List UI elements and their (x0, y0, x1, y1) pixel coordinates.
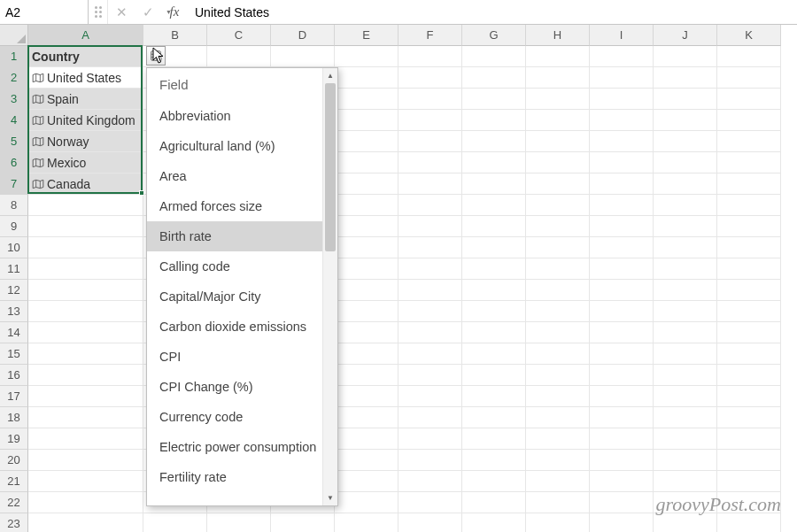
column-header-I[interactable]: I (590, 25, 654, 46)
cell-H10[interactable] (526, 237, 590, 258)
cell-K4[interactable] (717, 110, 781, 131)
cell-I5[interactable] (590, 131, 654, 152)
cell-E19[interactable] (335, 428, 398, 450)
cell-G20[interactable] (462, 450, 526, 471)
cell-E18[interactable] (335, 407, 398, 428)
cell-I16[interactable] (590, 365, 654, 386)
cell-A11[interactable] (28, 258, 143, 280)
cell-G8[interactable] (462, 195, 526, 216)
cell-A15[interactable] (28, 343, 143, 365)
column-header-C[interactable]: C (207, 25, 271, 46)
cell-F17[interactable] (398, 386, 462, 407)
cell-F14[interactable] (398, 322, 462, 343)
cell-G18[interactable] (462, 407, 526, 428)
cell-K7[interactable] (717, 173, 781, 195)
cell-E9[interactable] (335, 216, 398, 237)
cell-F2[interactable] (398, 67, 462, 89)
cell-J15[interactable] (654, 343, 717, 365)
cell-K20[interactable] (717, 450, 781, 471)
cell-H17[interactable] (526, 386, 590, 407)
cell-I2[interactable] (590, 67, 654, 89)
cell-F19[interactable] (398, 428, 462, 450)
row-header-19[interactable]: 19 (0, 428, 28, 450)
scroll-down-arrow[interactable]: ▼ (323, 490, 337, 505)
row-header-9[interactable]: 9 (0, 216, 28, 237)
cell-K8[interactable] (717, 195, 781, 216)
cell-A10[interactable] (28, 237, 143, 258)
cell-A14[interactable] (28, 322, 143, 343)
cell-K5[interactable] (717, 131, 781, 152)
row-header-7[interactable]: 7 (0, 173, 28, 195)
cell-A9[interactable] (28, 216, 143, 237)
formula-bar-grip[interactable] (89, 0, 108, 24)
cell-A19[interactable] (28, 428, 143, 450)
cell-F18[interactable] (398, 407, 462, 428)
cell-B23[interactable] (143, 513, 207, 532)
cell-E16[interactable] (335, 365, 398, 386)
cell-E2[interactable] (335, 67, 398, 89)
cell-J4[interactable] (654, 110, 717, 131)
row-header-12[interactable]: 12 (0, 280, 28, 301)
column-header-B[interactable]: B (143, 25, 207, 46)
cell-K14[interactable] (717, 322, 781, 343)
field-option[interactable]: CPI Change (%) (147, 372, 322, 402)
cell-G3[interactable] (462, 89, 526, 110)
cell-H13[interactable] (526, 301, 590, 322)
cell-E15[interactable] (335, 343, 398, 365)
field-option[interactable]: Electric power consumption (147, 432, 322, 462)
cell-G2[interactable] (462, 67, 526, 89)
row-header-21[interactable]: 21 (0, 471, 28, 492)
cell-K2[interactable] (717, 67, 781, 89)
field-option[interactable]: Currency code (147, 402, 322, 432)
row-header-20[interactable]: 20 (0, 450, 28, 471)
cell-J17[interactable] (654, 386, 717, 407)
cell-H12[interactable] (526, 280, 590, 301)
cell-A2[interactable]: United States (28, 67, 143, 89)
cell-G21[interactable] (462, 471, 526, 492)
cell-J19[interactable] (654, 428, 717, 450)
cell-F6[interactable] (398, 152, 462, 173)
column-header-A[interactable]: A (28, 25, 143, 46)
cell-I20[interactable] (590, 450, 654, 471)
cell-G17[interactable] (462, 386, 526, 407)
row-header-13[interactable]: 13 (0, 301, 28, 322)
cell-F20[interactable] (398, 450, 462, 471)
cell-J16[interactable] (654, 365, 717, 386)
row-header-16[interactable]: 16 (0, 365, 28, 386)
cell-G22[interactable] (462, 492, 526, 513)
cell-G13[interactable] (462, 301, 526, 322)
cell-F21[interactable] (398, 471, 462, 492)
cell-G6[interactable] (462, 152, 526, 173)
cell-G1[interactable] (462, 46, 526, 67)
row-header-10[interactable]: 10 (0, 237, 28, 258)
cell-I6[interactable] (590, 152, 654, 173)
cell-G16[interactable] (462, 365, 526, 386)
cell-I3[interactable] (590, 89, 654, 110)
cell-A5[interactable]: Norway (28, 131, 143, 152)
row-header-8[interactable]: 8 (0, 195, 28, 216)
cell-I1[interactable] (590, 46, 654, 67)
cell-F8[interactable] (398, 195, 462, 216)
cell-F4[interactable] (398, 110, 462, 131)
cell-E13[interactable] (335, 301, 398, 322)
cell-E21[interactable] (335, 471, 398, 492)
scroll-up-arrow[interactable]: ▲ (323, 68, 337, 83)
cell-E20[interactable] (335, 450, 398, 471)
cell-F16[interactable] (398, 365, 462, 386)
cell-J10[interactable] (654, 237, 717, 258)
insert-data-button[interactable] (146, 46, 166, 66)
cell-I21[interactable] (590, 471, 654, 492)
cell-J21[interactable] (654, 471, 717, 492)
row-header-3[interactable]: 3 (0, 89, 28, 110)
selection-fill-handle[interactable] (139, 190, 144, 196)
cell-I17[interactable] (590, 386, 654, 407)
cell-E10[interactable] (335, 237, 398, 258)
cell-F15[interactable] (398, 343, 462, 365)
formula-input[interactable] (188, 0, 797, 24)
cell-F12[interactable] (398, 280, 462, 301)
cell-J12[interactable] (654, 280, 717, 301)
cell-A12[interactable] (28, 280, 143, 301)
cell-H18[interactable] (526, 407, 590, 428)
row-header-15[interactable]: 15 (0, 343, 28, 365)
cell-K23[interactable] (717, 513, 781, 532)
